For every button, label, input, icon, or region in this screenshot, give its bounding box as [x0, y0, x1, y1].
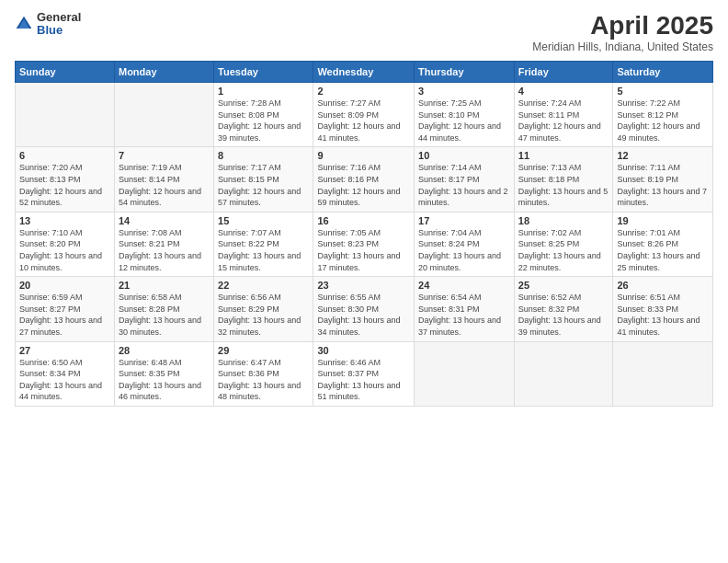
daylight-text: Daylight: 13 hours and 41 minutes.	[617, 316, 700, 337]
day-info: Sunrise: 6:51 AMSunset: 8:33 PMDaylight:…	[617, 292, 709, 338]
calendar-cell-w2-d1: 7Sunrise: 7:19 AMSunset: 8:14 PMDaylight…	[114, 147, 213, 212]
calendar-cell-w3-d4: 17Sunrise: 7:04 AMSunset: 8:24 PMDayligh…	[415, 212, 515, 276]
daylight-text: Daylight: 13 hours and 34 minutes.	[317, 316, 400, 337]
week-row-3: 13Sunrise: 7:10 AMSunset: 8:20 PMDayligh…	[16, 212, 713, 276]
day-info: Sunrise: 6:46 AMSunset: 8:37 PMDaylight:…	[317, 357, 410, 403]
sunset-text: Sunset: 8:12 PM	[617, 110, 678, 120]
sunset-text: Sunset: 8:21 PM	[119, 239, 180, 248]
sunrise-text: Sunrise: 6:59 AM	[19, 293, 83, 302]
week-row-5: 27Sunrise: 6:50 AMSunset: 8:34 PMDayligh…	[16, 341, 713, 406]
page: General Blue April 2025 Meridian Hills, …	[0, 0, 728, 563]
sunrise-text: Sunrise: 7:10 AM	[19, 228, 83, 237]
sunset-text: Sunset: 8:31 PM	[418, 304, 480, 314]
sunrise-text: Sunrise: 7:14 AM	[418, 163, 482, 172]
day-info: Sunrise: 7:04 AMSunset: 8:24 PMDaylight:…	[418, 227, 510, 273]
header-sunday: Sunday	[16, 62, 115, 83]
daylight-text: Daylight: 12 hours and 57 minutes.	[218, 187, 301, 208]
calendar-cell-w3-d6: 19Sunrise: 7:01 AMSunset: 8:26 PMDayligh…	[613, 212, 713, 276]
sunrise-text: Sunrise: 7:20 AM	[19, 163, 83, 172]
sunrise-text: Sunrise: 7:04 AM	[418, 228, 482, 237]
day-info: Sunrise: 7:05 AMSunset: 8:23 PMDaylight:…	[317, 227, 410, 273]
day-number: 27	[19, 345, 110, 356]
day-info: Sunrise: 6:56 AMSunset: 8:29 PMDaylight:…	[218, 292, 309, 338]
day-info: Sunrise: 7:16 AMSunset: 8:16 PMDaylight:…	[317, 162, 410, 208]
sunrise-text: Sunrise: 7:13 AM	[518, 163, 582, 172]
day-number: 30	[317, 345, 410, 356]
daylight-text: Daylight: 13 hours and 25 minutes.	[617, 251, 700, 272]
daylight-text: Daylight: 12 hours and 41 minutes.	[317, 121, 400, 143]
sunset-text: Sunset: 8:20 PM	[19, 239, 81, 248]
day-info: Sunrise: 6:48 AMSunset: 8:35 PMDaylight:…	[119, 357, 210, 403]
sunset-text: Sunset: 8:29 PM	[218, 304, 279, 314]
day-info: Sunrise: 7:08 AMSunset: 8:21 PMDaylight:…	[119, 227, 210, 273]
calendar-cell-w3-d2: 15Sunrise: 7:07 AMSunset: 8:22 PMDayligh…	[214, 212, 313, 276]
sunset-text: Sunset: 8:15 PM	[218, 175, 279, 184]
daylight-text: Daylight: 13 hours and 12 minutes.	[119, 251, 201, 272]
calendar-table: Sunday Monday Tuesday Wednesday Thursday…	[15, 61, 713, 407]
logo-text: General Blue	[37, 11, 81, 38]
sunset-text: Sunset: 8:22 PM	[218, 239, 279, 248]
day-info: Sunrise: 7:24 AMSunset: 8:11 PMDaylight:…	[518, 98, 609, 144]
day-number: 9	[317, 150, 410, 161]
day-number: 6	[19, 150, 110, 161]
sunset-text: Sunset: 8:30 PM	[317, 304, 379, 314]
calendar-cell-w1-d6: 5Sunrise: 7:22 AMSunset: 8:12 PMDaylight…	[613, 83, 713, 147]
sunrise-text: Sunrise: 7:01 AM	[617, 228, 680, 237]
day-number: 17	[418, 215, 510, 226]
sunset-text: Sunset: 8:14 PM	[119, 175, 180, 184]
day-number: 12	[617, 150, 709, 161]
daylight-text: Daylight: 12 hours and 54 minutes.	[119, 187, 201, 208]
sunrise-text: Sunrise: 7:27 AM	[317, 98, 381, 108]
daylight-text: Daylight: 13 hours and 22 minutes.	[518, 251, 601, 272]
day-info: Sunrise: 7:01 AMSunset: 8:26 PMDaylight:…	[617, 227, 709, 273]
day-info: Sunrise: 7:02 AMSunset: 8:25 PMDaylight:…	[518, 227, 609, 273]
daylight-text: Daylight: 13 hours and 2 minutes.	[418, 187, 508, 208]
sunset-text: Sunset: 8:09 PM	[317, 110, 379, 120]
day-number: 3	[418, 86, 510, 97]
day-number: 15	[218, 215, 309, 226]
day-info: Sunrise: 6:47 AMSunset: 8:36 PMDaylight:…	[218, 357, 309, 403]
sunrise-text: Sunrise: 7:17 AM	[218, 163, 281, 172]
daylight-text: Daylight: 13 hours and 32 minutes.	[218, 316, 301, 337]
location: Meridian Hills, Indiana, United States	[532, 40, 713, 53]
sunset-text: Sunset: 8:24 PM	[418, 239, 480, 248]
logo-icon	[15, 15, 33, 33]
sunrise-text: Sunrise: 7:02 AM	[518, 228, 582, 237]
calendar-cell-w4-d0: 20Sunrise: 6:59 AMSunset: 8:27 PMDayligh…	[16, 277, 115, 341]
day-info: Sunrise: 6:58 AMSunset: 8:28 PMDaylight:…	[119, 292, 210, 338]
calendar-cell-w5-d0: 27Sunrise: 6:50 AMSunset: 8:34 PMDayligh…	[16, 341, 115, 406]
day-number: 26	[617, 280, 709, 291]
calendar-cell-w4-d1: 21Sunrise: 6:58 AMSunset: 8:28 PMDayligh…	[114, 277, 213, 341]
day-number: 18	[518, 215, 609, 226]
daylight-text: Daylight: 13 hours and 7 minutes.	[617, 187, 707, 208]
calendar-cell-w2-d5: 11Sunrise: 7:13 AMSunset: 8:18 PMDayligh…	[514, 147, 613, 212]
day-number: 24	[418, 280, 510, 291]
calendar-cell-w5-d6	[613, 341, 713, 406]
calendar-cell-w1-d2: 1Sunrise: 7:28 AMSunset: 8:08 PMDaylight…	[214, 83, 313, 147]
day-number: 20	[19, 280, 110, 291]
daylight-text: Daylight: 12 hours and 44 minutes.	[418, 121, 501, 143]
sunset-text: Sunset: 8:19 PM	[617, 175, 678, 184]
day-number: 19	[617, 215, 709, 226]
header-wednesday: Wednesday	[313, 62, 415, 83]
calendar-cell-w1-d4: 3Sunrise: 7:25 AMSunset: 8:10 PMDaylight…	[415, 83, 515, 147]
day-info: Sunrise: 7:13 AMSunset: 8:18 PMDaylight:…	[518, 162, 609, 208]
calendar-cell-w2-d2: 8Sunrise: 7:17 AMSunset: 8:15 PMDaylight…	[214, 147, 313, 212]
logo: General Blue	[15, 11, 81, 38]
daylight-text: Daylight: 13 hours and 39 minutes.	[518, 316, 601, 337]
daylight-text: Daylight: 13 hours and 20 minutes.	[418, 251, 501, 272]
week-row-4: 20Sunrise: 6:59 AMSunset: 8:27 PMDayligh…	[16, 277, 713, 341]
sunset-text: Sunset: 8:08 PM	[218, 110, 279, 120]
calendar-header: Sunday Monday Tuesday Wednesday Thursday…	[16, 62, 713, 83]
sunset-text: Sunset: 8:36 PM	[218, 369, 279, 378]
calendar-cell-w1-d3: 2Sunrise: 7:27 AMSunset: 8:09 PMDaylight…	[313, 83, 415, 147]
title-area: April 2025 Meridian Hills, Indiana, Unit…	[532, 11, 713, 53]
logo-blue-text: Blue	[37, 24, 81, 37]
sunrise-text: Sunrise: 6:56 AM	[218, 293, 281, 302]
weekday-header-row: Sunday Monday Tuesday Wednesday Thursday…	[16, 62, 713, 83]
sunrise-text: Sunrise: 6:47 AM	[218, 358, 281, 367]
day-number: 21	[119, 280, 210, 291]
sunset-text: Sunset: 8:33 PM	[617, 304, 678, 314]
logo-general-text: General	[37, 11, 81, 24]
header: General Blue April 2025 Meridian Hills, …	[15, 11, 713, 53]
